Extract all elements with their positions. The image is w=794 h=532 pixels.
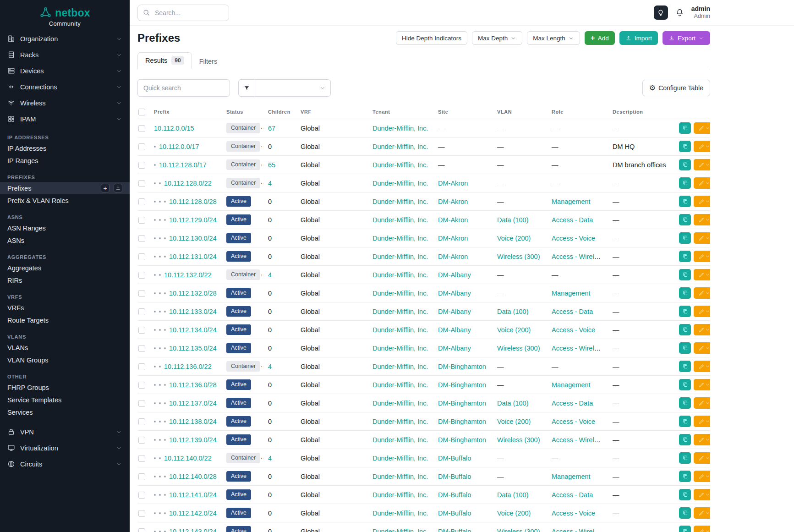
sidebar-item-virtualization[interactable]: Virtualization [0, 440, 130, 456]
tenant-link[interactable]: Dunder-Mifflin, Inc. [372, 400, 428, 407]
saved-filter-select[interactable] [255, 79, 331, 97]
copy-button[interactable] [679, 471, 691, 482]
tenant-link[interactable]: Dunder-Mifflin, Inc. [372, 436, 428, 444]
edit-button[interactable] [694, 122, 710, 134]
row-checkbox[interactable] [138, 235, 145, 242]
prefix-link[interactable]: 10.112.138.0/24 [169, 418, 217, 425]
tenant-link[interactable]: Dunder-Mifflin, Inc. [372, 455, 428, 462]
prefix-link[interactable]: 10.112.135.0/24 [169, 345, 217, 352]
row-checkbox[interactable] [138, 510, 145, 517]
column-header-tenant[interactable]: Tenant [368, 105, 433, 119]
prefix-link[interactable]: 10.112.128.0/17 [159, 161, 207, 169]
edit-button[interactable] [694, 471, 710, 482]
copy-button[interactable] [679, 122, 691, 134]
site-link[interactable]: DM-Binghamton [438, 400, 486, 407]
sidebar-item-ipam[interactable]: IPAM [0, 111, 130, 127]
sidebar-item-route-targets[interactable]: Route Targets [0, 314, 130, 326]
site-link[interactable]: DM-Akron [438, 253, 468, 260]
prefix-link[interactable]: 10.112.130.0/24 [169, 235, 217, 242]
sidebar-item-connections[interactable]: Connections [0, 79, 130, 95]
copy-button[interactable] [679, 361, 691, 372]
vlan-link[interactable]: Data (100) [497, 491, 529, 499]
sidebar-item-wireless[interactable]: Wireless [0, 95, 130, 111]
copy-button[interactable] [679, 251, 691, 262]
max-depth-dropdown[interactable]: Max Depth [472, 31, 522, 45]
sidebar-item-asn-ranges[interactable]: ASN Ranges [0, 222, 130, 234]
edit-button[interactable] [694, 342, 710, 354]
tenant-link[interactable]: Dunder-Mifflin, Inc. [372, 198, 428, 205]
role-link[interactable]: Access - Wireless [552, 253, 604, 260]
select-all-checkbox[interactable] [138, 109, 145, 115]
row-checkbox[interactable] [138, 473, 145, 480]
sidebar-item-aggregates[interactable]: Aggregates [0, 262, 130, 274]
copy-button[interactable] [679, 342, 691, 354]
theme-toggle-button[interactable] [654, 5, 668, 20]
site-link[interactable]: DM-Binghamton [438, 381, 486, 389]
role-link[interactable]: Access - Voice [552, 418, 595, 425]
prefix-link[interactable]: 10.112.132.0/22 [164, 271, 212, 279]
sidebar-item-prefixes[interactable]: Prefixes + [0, 182, 130, 194]
sidebar-import-mini-button[interactable] [114, 184, 122, 192]
column-header-vrf[interactable]: VRF [296, 105, 368, 119]
site-link[interactable]: DM-Akron [438, 198, 468, 205]
site-link[interactable]: DM-Albany [438, 271, 471, 279]
copy-button[interactable] [679, 507, 691, 519]
prefix-link[interactable]: 10.112.128.0/28 [169, 198, 217, 205]
edit-button[interactable] [694, 434, 710, 445]
tenant-link[interactable]: Dunder-Mifflin, Inc. [372, 235, 428, 242]
edit-button[interactable] [694, 159, 710, 170]
sidebar-item-rirs[interactable]: RIRs [0, 274, 130, 286]
sidebar-item-ip-ranges[interactable]: IP Ranges [0, 154, 130, 167]
vlan-link[interactable]: Voice (200) [497, 326, 531, 334]
row-checkbox[interactable] [138, 143, 145, 150]
children-count-link[interactable]: 4 [268, 180, 272, 187]
site-link[interactable]: DM-Buffalo [438, 510, 471, 517]
sidebar-item-service-templates[interactable]: Service Templates [0, 394, 130, 406]
row-checkbox[interactable] [138, 162, 145, 169]
sidebar-item-racks[interactable]: Racks [0, 47, 130, 63]
sidebar-item-ip-addresses[interactable]: IP Addresses [0, 142, 130, 154]
site-link[interactable]: DM-Buffalo [438, 473, 471, 480]
search-input[interactable] [137, 5, 229, 21]
tenant-link[interactable]: Dunder-Mifflin, Inc. [372, 308, 428, 315]
vlan-link[interactable]: Data (100) [497, 216, 529, 224]
role-link[interactable]: Access - Voice [552, 510, 595, 517]
prefix-link[interactable]: 10.112.136.0/22 [164, 363, 212, 370]
add-button[interactable]: +Add [585, 31, 615, 45]
import-button[interactable]: Import [619, 31, 658, 45]
tenant-link[interactable]: Dunder-Mifflin, Inc. [372, 418, 428, 425]
edit-button[interactable] [694, 214, 710, 225]
row-checkbox[interactable] [138, 327, 145, 334]
vlan-link[interactable]: Wireless (300) [497, 345, 540, 352]
copy-button[interactable] [679, 306, 691, 317]
tab-results[interactable]: Results90 [137, 52, 192, 69]
role-link[interactable]: Management [552, 473, 591, 480]
tenant-link[interactable]: Dunder-Mifflin, Inc. [372, 363, 428, 370]
edit-button[interactable] [694, 196, 710, 207]
sidebar-item-asns[interactable]: ASNs [0, 234, 130, 247]
role-link[interactable]: Access - Wireless [552, 345, 604, 352]
tenant-link[interactable]: Dunder-Mifflin, Inc. [372, 491, 428, 499]
sidebar-add-mini-button[interactable]: + [101, 184, 110, 192]
edit-button[interactable] [694, 416, 710, 427]
edit-button[interactable] [694, 507, 710, 519]
row-checkbox[interactable] [138, 272, 145, 279]
prefix-link[interactable]: 10.112.142.0/24 [169, 510, 217, 517]
copy-button[interactable] [679, 196, 691, 207]
site-link[interactable]: DM-Buffalo [438, 528, 471, 532]
prefix-link[interactable]: 10.112.136.0/28 [169, 381, 217, 389]
row-checkbox[interactable] [138, 125, 145, 132]
sidebar-item-fhrp-groups[interactable]: FHRP Groups [0, 381, 130, 394]
role-link[interactable]: Access - Wireless [552, 528, 604, 532]
column-header-prefix[interactable]: Prefix [149, 105, 222, 119]
sidebar-item-vrfs[interactable]: VRFs [0, 302, 130, 314]
quick-search-input[interactable] [137, 79, 230, 97]
copy-button[interactable] [679, 489, 691, 500]
vlan-link[interactable]: Data (100) [497, 400, 529, 407]
row-checkbox[interactable] [138, 290, 145, 297]
role-link[interactable]: Access - Voice [552, 235, 595, 242]
row-checkbox[interactable] [138, 455, 145, 462]
children-count-link[interactable]: 4 [268, 271, 272, 279]
prefix-link[interactable]: 10.112.129.0/24 [169, 216, 217, 224]
configure-table-button[interactable]: ⚙Configure Table [642, 80, 710, 96]
